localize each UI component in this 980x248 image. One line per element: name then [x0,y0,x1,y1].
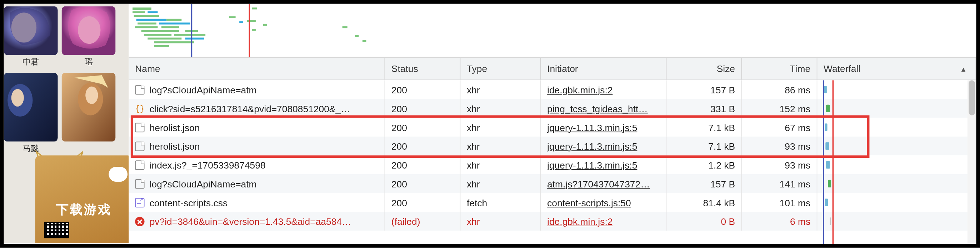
cell-status: 200 [385,136,460,155]
cell-status: 200 [385,193,460,212]
request-name: log?sCloudApiName=atm [150,84,257,95]
cell-status: 200 [385,174,460,193]
network-row[interactable]: index.js?_=1705339874598200xhrjquery-1.1… [129,155,977,174]
waterfall-bar [828,180,831,188]
cell-size: 331 B [667,99,742,118]
request-name: click?sid=s5216317814&pvid=7080851200&_… [150,103,350,114]
request-name: content-scripts.css [150,197,228,208]
cell-status: (failed) [385,212,460,231]
cell-size: 7.1 kB [667,136,742,155]
cell-size: 157 B [667,80,742,99]
header-time[interactable]: Time [742,58,817,80]
cell-type: xhr [460,99,541,118]
cell-initiator: ide.gbk.min.js:2 [541,80,667,99]
cell-type: xhr [460,118,541,137]
waterfall-bar [830,217,831,225]
initiator-link[interactable]: content-scripts.js:50 [547,197,631,208]
download-panel[interactable]: 下载游戏 [35,155,129,243]
cell-time: 93 ms [742,136,817,155]
header-waterfall[interactable]: Waterfall ▲ [817,58,976,80]
cell-name: {}click?sid=s5216317814&pvid=7080851200&… [129,99,385,118]
hero-label: 中君 [22,56,39,68]
svg-rect-39 [355,35,359,37]
cell-waterfall [817,80,976,99]
network-headers-row: Name Status Type Initiator Size Time Wat… [129,58,977,80]
initiator-link[interactable]: ping_tcss_tgideas_htt… [547,103,648,114]
svg-rect-26 [144,34,172,36]
network-row[interactable]: herolist.json200xhrjquery-1.11.3.min.js:… [129,118,977,137]
svg-rect-31 [154,45,169,47]
svg-rect-24 [142,30,179,32]
cell-waterfall [817,136,976,155]
network-row[interactable]: content-scripts.css200fetchcontent-scrip… [129,193,977,212]
svg-rect-40 [363,40,366,42]
cell-time: 141 ms [742,174,817,193]
waterfall-bar [826,161,830,169]
cell-name: content-scripts.css [129,193,385,212]
header-status[interactable]: Status [385,58,460,80]
svg-rect-32 [229,16,236,18]
cell-type: xhr [460,136,541,155]
hero-card[interactable]: 中君 [4,6,58,68]
header-initiator[interactable]: Initiator [541,58,667,80]
file-icon [135,160,144,169]
svg-rect-36 [252,8,257,9]
initiator-link[interactable]: atm.js?170437047372… [547,178,650,189]
request-name: herolist.json [150,141,200,152]
cell-initiator: jquery-1.11.3.min.js:5 [541,118,667,137]
error-icon [135,216,144,226]
devtools-network-panel: Name Status Type Initiator Size Time Wat… [129,4,977,244]
cell-status: 200 [385,80,460,99]
svg-rect-17 [134,15,159,17]
svg-rect-16 [148,11,158,13]
header-type[interactable]: Type [460,58,541,80]
svg-point-9 [85,87,98,104]
header-size[interactable]: Size [667,58,742,80]
hero-card[interactable]: 马懿 [4,73,58,154]
cell-initiator: ide.gbk.min.js:2 [541,212,667,231]
file-icon [135,141,144,151]
hero-card[interactable]: 瑶 [61,6,115,68]
cell-status: 200 [385,99,460,118]
svg-rect-37 [263,24,267,26]
network-rows: log?sCloudApiName=atm200xhride.gbk.min.j… [129,80,977,244]
svg-rect-34 [247,20,256,22]
svg-rect-38 [342,26,347,28]
cell-time: 93 ms [742,155,817,174]
network-row[interactable]: {}click?sid=s5216317814&pvid=7080851200&… [129,99,977,118]
cell-size: 0 B [667,212,742,231]
request-name: log?sCloudApiName=atm [150,178,257,189]
hero-grid: 中君 瑶 [4,4,129,157]
svg-rect-21 [159,22,190,24]
initiator-link[interactable]: jquery-1.11.3.min.js:5 [547,122,637,133]
cell-status: 200 [385,118,460,137]
cell-waterfall [817,212,976,231]
svg-rect-29 [185,38,204,39]
initiator-link[interactable]: jquery-1.11.3.min.js:5 [547,141,637,152]
network-row[interactable]: log?sCloudApiName=atm200xhratm.js?170437… [129,174,977,193]
waterfall-bar [825,199,828,206]
initiator-link[interactable]: jquery-1.11.3.min.js:5 [547,160,637,170]
request-name: index.js?_=1705339874598 [150,160,266,170]
cell-time: 6 ms [742,212,817,231]
cell-type: xhr [460,174,541,193]
cell-name: pv?id=3846&uin=&version=1.43.5&aid=aa584… [129,212,385,231]
network-row[interactable]: pv?id=3846&uin=&version=1.43.5&aid=aa584… [129,212,977,231]
header-name[interactable]: Name [129,58,385,80]
scrollbar-track[interactable] [967,80,977,244]
cell-waterfall [817,99,976,118]
waterfall-bar [824,86,827,93]
svg-rect-33 [239,21,243,23]
cell-type: xhr [460,212,541,231]
network-timeline[interactable] [129,4,977,58]
network-row[interactable]: herolist.json200xhrjquery-1.11.3.min.js:… [129,136,977,155]
hero-label: 瑶 [84,56,93,68]
scrollbar-thumb[interactable] [969,80,975,115]
file-icon [135,85,144,94]
initiator-link[interactable]: ide.gbk.min.js:2 [547,216,612,227]
file-icon [135,179,144,188]
initiator-link[interactable]: ide.gbk.min.js:2 [547,84,612,95]
hero-card[interactable] [61,73,115,154]
cell-initiator: ping_tcss_tgideas_htt… [541,99,667,118]
network-row[interactable]: log?sCloudApiName=atm200xhride.gbk.min.j… [129,80,977,99]
